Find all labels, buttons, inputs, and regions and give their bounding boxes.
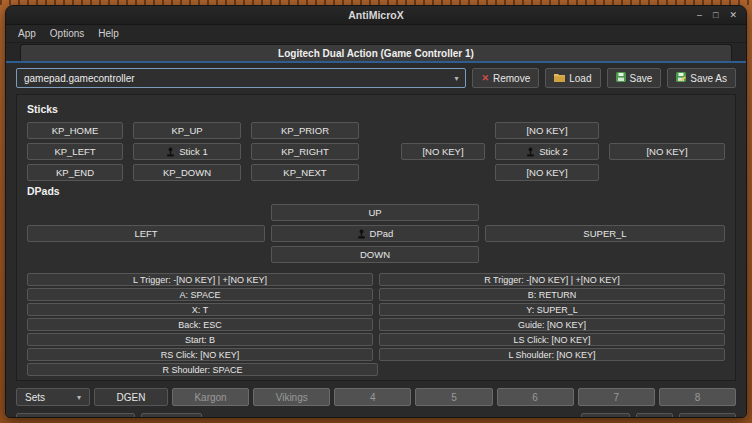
save-as-label: Save As (690, 73, 727, 84)
set-tab-1[interactable]: DGEN (94, 388, 168, 406)
stick1-grid: KP_HOME KP_UP KP_PRIOR KP_LEFT Stick 1 K… (27, 122, 359, 181)
start-button[interactable]: Start: B (27, 333, 373, 346)
set-tab-7[interactable]: 7 (578, 388, 655, 406)
x-button[interactable]: X: T (27, 303, 373, 316)
menu-help[interactable]: Help (91, 26, 126, 41)
set-tab-4[interactable]: 4 (334, 388, 411, 406)
controller-tabbar: Logitech Dual Action (Game Controller 1) (6, 43, 746, 63)
button-row: X: T Y: SUPER_L (27, 303, 725, 316)
button-row: R Shoulder: SPACE (27, 363, 725, 376)
maximize-icon[interactable]: □ (713, 11, 718, 20)
y-button[interactable]: Y: SUPER_L (379, 303, 725, 316)
r-shoulder-button[interactable]: R Shoulder: SPACE (27, 363, 378, 376)
back-button[interactable]: Back: ESC (27, 318, 373, 331)
load-label: Load (569, 73, 591, 84)
window-title: AntiMicroX (348, 9, 403, 21)
stick1-down-right-button[interactable]: KP_NEXT (251, 164, 359, 181)
sets-bar: Sets ▾ DGEN Kargon Vikings 4 5 6 7 8 (16, 388, 736, 406)
joystick-icon (526, 147, 535, 157)
stick2-up-button[interactable]: [NO KEY] (495, 122, 599, 139)
minimize-icon[interactable]: – (697, 11, 702, 20)
save-as-disk-icon (676, 72, 686, 84)
profile-bar: gamepad.gamecontroller ▾ ✕ Remove Load S… (16, 68, 736, 88)
bottom-bar: Controller Mapping Quick Set Names Pref … (16, 412, 736, 418)
tab-content: gamepad.gamecontroller ▾ ✕ Remove Load S… (6, 63, 746, 418)
dpad-left-button[interactable]: LEFT (27, 225, 265, 242)
profile-combobox[interactable]: gamepad.gamecontroller ▾ (16, 68, 466, 88)
dpad-down-button[interactable]: DOWN (271, 246, 479, 263)
remove-icon: ✕ (481, 73, 489, 83)
set-tab-6[interactable]: 6 (497, 388, 574, 406)
window-controls: – □ ✕ (697, 6, 737, 24)
button-row: L Trigger: -[NO KEY] | +[NO KEY] R Trigg… (27, 273, 725, 286)
button-row: Back: ESC Guide: [NO KEY] (27, 318, 725, 331)
names-label: Names (590, 417, 622, 419)
menu-app[interactable]: App (11, 26, 43, 41)
sets-dropdown-button[interactable]: Sets ▾ (16, 388, 90, 406)
stick1-up-right-button[interactable]: KP_PRIOR (251, 122, 359, 139)
names-button[interactable]: Names (581, 413, 631, 418)
antimicrox-window: AntiMicroX – □ ✕ App Options Help Logite… (5, 5, 747, 418)
save-as-button[interactable]: Save As (667, 68, 736, 88)
r-trigger-button[interactable]: R Trigger: -[NO KEY] | +[NO KEY] (379, 273, 725, 286)
menu-options[interactable]: Options (43, 26, 91, 41)
controller-pane: Sticks KP_HOME KP_UP KP_PRIOR KP_LEFT St… (16, 94, 736, 381)
joystick-icon (166, 147, 175, 157)
set-tab-5[interactable]: 5 (415, 388, 492, 406)
stick1-down-left-button[interactable]: KP_END (27, 164, 123, 181)
button-row: A: SPACE B: RETURN (27, 288, 725, 301)
dpad-grid: UP LEFT DPad SUPER_L DOWN (27, 204, 725, 263)
desktop-background: AntiMicroX – □ ✕ App Options Help Logite… (0, 0, 752, 423)
controller-mapping-button[interactable]: Controller Mapping (16, 413, 135, 418)
stick2-center-button[interactable]: Stick 2 (495, 143, 599, 160)
profile-combobox-value: gamepad.gamecontroller (24, 73, 135, 84)
controller-mapping-label: Controller Mapping (41, 417, 126, 419)
stick1-center-button[interactable]: Stick 1 (133, 143, 241, 160)
dpad-right-button[interactable]: SUPER_L (485, 225, 725, 242)
guide-button[interactable]: Guide: [NO KEY] (379, 318, 725, 331)
empty-cell (384, 363, 725, 376)
sticks-section-title: Sticks (27, 103, 725, 115)
stick2-grid: [NO KEY] [NO KEY] Stick 2 [NO KEY] [NO K… (401, 122, 725, 181)
rs-click-button[interactable]: RS Click: [NO KEY] (27, 348, 373, 361)
dpad-up-button[interactable]: UP (271, 204, 479, 221)
reset-label: Reset (701, 417, 727, 419)
l-trigger-button[interactable]: L Trigger: -[NO KEY] | +[NO KEY] (27, 273, 373, 286)
dpad-center-button[interactable]: DPad (271, 225, 479, 242)
l-shoulder-button[interactable]: L Shoulder: [NO KEY] (379, 348, 725, 361)
remove-button[interactable]: ✕ Remove (472, 68, 539, 88)
stick1-left-button[interactable]: KP_LEFT (27, 143, 123, 160)
stick1-down-button[interactable]: KP_DOWN (133, 164, 241, 181)
titlebar[interactable]: AntiMicroX – □ ✕ (6, 6, 746, 25)
load-button[interactable]: Load (545, 68, 600, 88)
stick2-right-button[interactable]: [NO KEY] (609, 143, 725, 160)
save-button[interactable]: Save (607, 68, 662, 88)
button-row: Start: B LS Click: [NO KEY] (27, 333, 725, 346)
joystick-icon (357, 229, 366, 239)
a-button[interactable]: A: SPACE (27, 288, 373, 301)
set-tab-8[interactable]: 8 (659, 388, 736, 406)
chevron-down-icon: ▾ (454, 74, 458, 83)
save-label: Save (630, 73, 653, 84)
pref-label: Pref (645, 417, 663, 419)
stick2-down-button[interactable]: [NO KEY] (495, 164, 599, 181)
b-button[interactable]: B: RETURN (379, 288, 725, 301)
reset-icon: ↻ (688, 417, 697, 419)
stick1-label: Stick 1 (179, 146, 208, 157)
stick1-up-left-button[interactable]: KP_HOME (27, 122, 123, 139)
quick-set-button[interactable]: Quick Set (141, 413, 202, 418)
button-assignment-rows: L Trigger: -[NO KEY] | +[NO KEY] R Trigg… (27, 273, 725, 376)
ls-click-button[interactable]: LS Click: [NO KEY] (379, 333, 725, 346)
close-icon[interactable]: ✕ (729, 11, 737, 20)
set-tab-2[interactable]: Kargon (172, 388, 249, 406)
pref-button[interactable]: Pref (636, 413, 672, 418)
reset-button[interactable]: ↻ Reset (679, 413, 736, 418)
stick2-left-button[interactable]: [NO KEY] (401, 143, 485, 160)
sticks-area: KP_HOME KP_UP KP_PRIOR KP_LEFT Stick 1 K… (27, 122, 725, 181)
stick1-right-button[interactable]: KP_RIGHT (251, 143, 359, 160)
sets-label: Sets (25, 392, 45, 403)
set-tab-3[interactable]: Vikings (253, 388, 330, 406)
stick1-up-button[interactable]: KP_UP (133, 122, 241, 139)
tab-controller[interactable]: Logitech Dual Action (Game Controller 1) (20, 44, 732, 61)
folder-open-icon (554, 73, 565, 84)
